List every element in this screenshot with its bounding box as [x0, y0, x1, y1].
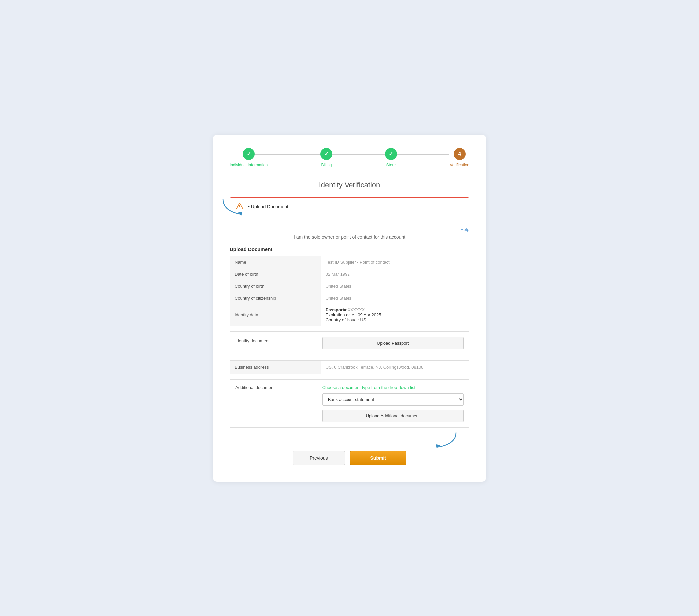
citizenship-label: Country of citizenship — [230, 292, 321, 304]
business-address-label: Business address — [230, 361, 321, 374]
error-box: • Upload Document — [230, 197, 469, 216]
upload-document-title: Upload Document — [230, 246, 469, 252]
step-number-verification: 4 — [458, 151, 461, 157]
identity-label: Identity data — [230, 304, 321, 326]
dob-label: Date of birth — [230, 268, 321, 280]
stepper: Individual Information Billing Store 4 V… — [230, 148, 469, 168]
arrow-icon — [220, 197, 250, 217]
identity-document-section: Identity document Upload Passport — [230, 332, 469, 355]
step-circle-verification: 4 — [454, 148, 466, 160]
expiration-value: 09 Apr 2025 — [358, 312, 381, 318]
table-row-identity: Identity data Passport# XXXXXX Expiratio… — [230, 304, 469, 326]
page-title: Identity Verification — [230, 181, 469, 189]
help-link[interactable]: Help — [460, 227, 469, 232]
table-row: Country of citizenship United States — [230, 292, 469, 304]
upload-passport-button[interactable]: Upload Passport — [322, 337, 464, 349]
additional-document-section: Additional document Choose a document ty… — [230, 379, 469, 428]
table-row: Name Test ID Supplier - Point of contact — [230, 256, 469, 268]
identity-document-content: Upload Passport — [322, 337, 464, 349]
help-row: Help — [230, 226, 469, 232]
table-row: Country of birth United States — [230, 280, 469, 292]
stepper-line — [250, 154, 449, 155]
owner-text: I am the sole owner or point of contact … — [230, 234, 469, 240]
name-value: Test ID Supplier - Point of contact — [321, 256, 469, 268]
country-issue-value: US — [360, 318, 367, 322]
step-store: Store — [385, 148, 397, 168]
step-circle-billing — [320, 148, 332, 160]
name-label: Name — [230, 256, 321, 268]
dropdown-hint: Choose a document type from the drop-dow… — [322, 385, 464, 390]
main-card: Individual Information Billing Store 4 V… — [213, 135, 486, 482]
info-table: Name Test ID Supplier - Point of contact… — [230, 256, 469, 326]
identity-document-label: Identity document — [235, 337, 322, 344]
table-row: Date of birth 02 Mar 1992 — [230, 268, 469, 280]
business-address-value: US, 6 Cranbrook Terrace, NJ, Collingswoo… — [321, 361, 469, 374]
additional-document-content: Choose a document type from the drop-dow… — [322, 385, 464, 422]
bottom-arrow-icon — [430, 431, 459, 449]
country-birth-label: Country of birth — [230, 280, 321, 292]
step-label-individual: Individual Information — [230, 163, 268, 168]
error-message: • Upload Document — [248, 204, 288, 209]
dob-value: 02 Mar 1992 — [321, 268, 469, 280]
checkmark-icon — [247, 151, 251, 157]
citizenship-value: United States — [321, 292, 469, 304]
identity-document-inner: Identity document Upload Passport — [230, 332, 469, 355]
bottom-arrow-container — [230, 438, 469, 447]
country-birth-value: United States — [321, 280, 469, 292]
expiration-label: Expiration date : — [326, 312, 357, 318]
step-circle-store — [385, 148, 397, 160]
step-verification: 4 Verification — [450, 148, 469, 168]
navigation-buttons: Previous Submit — [230, 451, 469, 465]
error-arrow-container: • Upload Document — [230, 197, 469, 216]
step-individual: Individual Information — [230, 148, 268, 168]
checkmark-icon-store — [389, 151, 393, 157]
country-issue-label: Country of issue : — [326, 318, 359, 322]
additional-document-label: Additional document — [235, 385, 322, 422]
additional-document-inner: Additional document Choose a document ty… — [230, 380, 469, 427]
passport-label: Passport# — [326, 308, 346, 312]
svg-marker-4 — [436, 444, 440, 448]
business-address-row: Business address US, 6 Cranbrook Terrace… — [230, 360, 469, 374]
identity-value: Passport# XXXXXX Expiration date : 09 Ap… — [321, 304, 469, 326]
checkmark-icon-billing — [324, 151, 329, 157]
step-label-billing: Billing — [321, 163, 331, 168]
passport-number: XXXXXX — [347, 308, 365, 312]
step-circle-individual — [243, 148, 255, 160]
step-label-store: Store — [386, 163, 396, 168]
upload-additional-button[interactable]: Upload Additional document — [322, 410, 464, 422]
submit-button[interactable]: Submit — [350, 451, 406, 465]
document-type-select[interactable]: Bank account statement Utility bill Cred… — [322, 393, 464, 406]
step-label-verification: Verification — [450, 163, 469, 168]
previous-button[interactable]: Previous — [293, 451, 344, 465]
step-billing: Billing — [320, 148, 332, 168]
